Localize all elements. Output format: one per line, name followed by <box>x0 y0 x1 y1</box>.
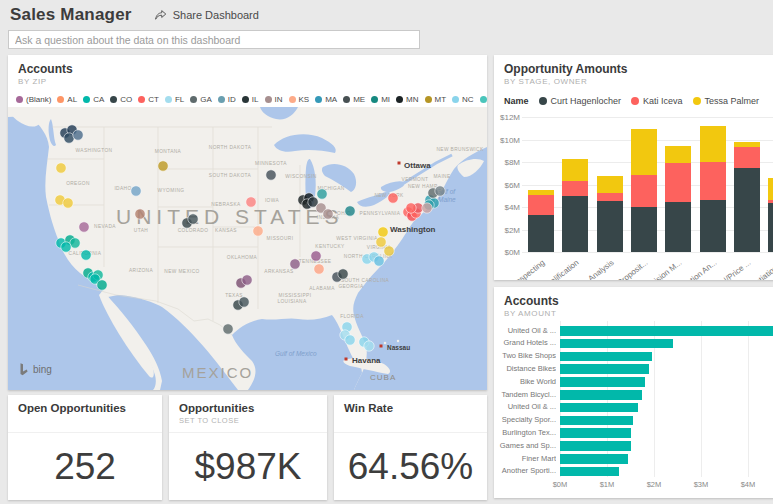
account-bar[interactable] <box>560 416 633 426</box>
map-legend-item[interactable]: IN <box>265 95 283 104</box>
bar-segment[interactable] <box>700 126 726 162</box>
map-data-dot[interactable] <box>317 189 327 199</box>
map-data-dot[interactable] <box>135 209 145 219</box>
bar-segment[interactable] <box>631 175 657 207</box>
map-data-dot[interactable] <box>384 246 394 256</box>
bar-segment[interactable] <box>665 146 691 163</box>
map-data-dot[interactable] <box>376 237 386 247</box>
bing-attribution[interactable]: bing <box>20 363 52 376</box>
bar-segment[interactable] <box>734 142 760 148</box>
map-legend-item[interactable]: NC <box>452 95 474 104</box>
map-data-dot[interactable] <box>314 264 324 274</box>
qna-input[interactable] <box>8 30 420 49</box>
map-data-dot[interactable] <box>61 242 71 252</box>
tile-open-opportunities[interactable]: Open Opportunities 252 <box>8 395 162 500</box>
map-legend-item[interactable]: KS <box>289 95 310 104</box>
account-bar[interactable] <box>560 428 631 438</box>
account-bar[interactable] <box>560 390 642 400</box>
map-data-dot[interactable] <box>253 226 263 236</box>
bar-segment[interactable] <box>734 168 760 252</box>
map-data-dot[interactable] <box>56 163 66 173</box>
tile-opportunity-amounts[interactable]: Opportunity Amounts BY STAGE, OWNER Name… <box>494 55 773 280</box>
map-data-dot[interactable] <box>435 186 445 196</box>
map-data-dot[interactable] <box>378 227 388 237</box>
map-data-dot[interactable] <box>188 214 198 224</box>
bar-segment[interactable] <box>528 195 554 215</box>
map-data-dot[interactable] <box>73 130 83 140</box>
account-bar[interactable] <box>560 352 652 362</box>
account-bar[interactable] <box>560 403 638 413</box>
map-canvas[interactable]: WASHINGTONMONTANANORTH DAKOTASOUTH DAKOT… <box>8 107 487 390</box>
map-data-dot[interactable] <box>290 259 300 269</box>
map-legend-item[interactable]: GA <box>190 95 212 104</box>
map-legend-item[interactable]: (Blank) <box>16 95 51 104</box>
bar-segment[interactable] <box>768 200 773 203</box>
account-bar[interactable] <box>560 339 673 349</box>
map-data-dot[interactable] <box>406 203 416 213</box>
map-legend-item[interactable]: CA <box>83 95 104 104</box>
map-data-dot[interactable] <box>422 203 432 213</box>
map-legend-item[interactable]: FL <box>165 95 184 104</box>
map-data-dot[interactable] <box>345 206 355 216</box>
bar-segment[interactable] <box>700 162 726 200</box>
map-legend-item[interactable]: CO <box>110 95 132 104</box>
map-data-dot[interactable] <box>239 297 249 307</box>
bar-segment[interactable] <box>562 181 588 196</box>
account-bar[interactable] <box>560 467 619 477</box>
tile-opportunities-set-to-close[interactable]: Opportunities SET TO CLOSE $987K <box>169 395 327 500</box>
tile-accounts-by-zip[interactable]: Accounts BY ZIP (Blank)ALCACOCTFLGAIDILI… <box>8 55 487 390</box>
map-data-dot[interactable] <box>364 341 374 351</box>
tile-win-rate[interactable]: Win Rate 64.56% <box>334 395 487 500</box>
map-legend-item[interactable]: NH <box>480 95 487 104</box>
account-bar[interactable] <box>560 326 773 336</box>
map-data-dot[interactable] <box>242 275 252 285</box>
map-legend-item[interactable]: MI <box>371 95 390 104</box>
share-dashboard-button[interactable]: Share Dashboard <box>154 9 259 22</box>
account-bar[interactable] <box>560 364 649 374</box>
bar-segment[interactable] <box>528 215 554 252</box>
bar-segment[interactable] <box>665 202 691 252</box>
map-legend-item[interactable]: IL <box>242 95 259 104</box>
map-legend-item[interactable]: ME <box>343 95 365 104</box>
bar-segment[interactable] <box>631 129 657 175</box>
map-data-dot[interactable] <box>323 209 333 219</box>
map-data-dot[interactable] <box>79 222 89 232</box>
map-data-dot[interactable] <box>63 198 73 208</box>
bar-segment[interactable] <box>700 200 726 252</box>
map-data-dot[interactable] <box>246 197 256 207</box>
legend-color-dot <box>83 96 90 103</box>
map-data-dot[interactable] <box>388 193 398 203</box>
map-legend-item[interactable]: MT <box>425 95 447 104</box>
bar-segment[interactable] <box>528 190 554 195</box>
bar-segment[interactable] <box>597 176 623 193</box>
bar-segment[interactable] <box>665 163 691 202</box>
map-legend-item[interactable]: ID <box>218 95 236 104</box>
map-legend-item[interactable]: AL <box>57 95 77 104</box>
bar-segment[interactable] <box>734 147 760 168</box>
tile-accounts-by-amount[interactable]: Accounts BY AMOUNT $0M$1M$2M$3M$4MUnited… <box>494 287 773 498</box>
account-bar[interactable] <box>560 377 645 387</box>
map-legend-item[interactable]: MN <box>396 95 418 104</box>
map-data-dot[interactable] <box>345 335 355 345</box>
map-data-dot[interactable] <box>266 170 276 180</box>
map-data-dot[interactable] <box>81 250 91 260</box>
map-data-dot[interactable] <box>338 269 348 279</box>
account-bar[interactable] <box>560 441 631 451</box>
bar-segment[interactable] <box>768 178 773 201</box>
bar-segment[interactable] <box>562 159 588 182</box>
bar-segment[interactable] <box>631 207 657 252</box>
bar-segment[interactable] <box>768 203 773 252</box>
map-data-dot[interactable] <box>374 256 384 266</box>
bar-segment[interactable] <box>562 196 588 252</box>
us-map[interactable]: WASHINGTONMONTANANORTH DAKOTASOUTH DAKOT… <box>8 107 487 390</box>
map-data-dot[interactable] <box>97 280 107 290</box>
map-data-dot[interactable] <box>223 324 233 334</box>
map-data-dot[interactable] <box>131 186 141 196</box>
map-legend-item[interactable]: CT <box>138 95 159 104</box>
account-bar[interactable] <box>560 454 628 464</box>
map-data-dot[interactable] <box>311 251 321 261</box>
bar-segment[interactable] <box>597 193 623 201</box>
bar-segment[interactable] <box>597 201 623 252</box>
map-legend-item[interactable]: MA <box>315 95 337 104</box>
map-data-dot[interactable] <box>158 161 168 171</box>
